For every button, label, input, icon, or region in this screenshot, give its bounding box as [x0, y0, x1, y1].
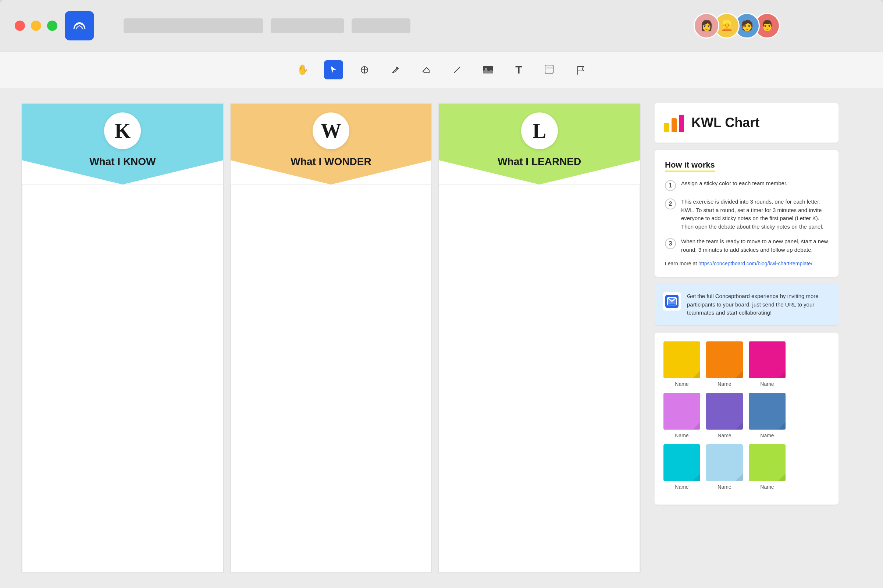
svg-rect-5 [545, 65, 553, 73]
traffic-lights [15, 21, 57, 31]
svg-rect-10 [679, 115, 684, 132]
panel-w-body[interactable] [230, 184, 432, 573]
stickies-row-2: Name Name Name [663, 393, 830, 438]
panel-l-body[interactable] [439, 184, 640, 573]
user-avatars: 👩 👱 🧑 👨 [693, 13, 780, 39]
sticky-note-cyan[interactable] [663, 444, 700, 481]
select-tool[interactable] [324, 60, 343, 80]
panel-l-title: What I LEARNED [498, 156, 581, 168]
sticky-purple: Name [706, 393, 743, 438]
panel-w-header: W What I WONDER [230, 104, 432, 184]
step-1-text: Assign a sticky color to each team membe… [681, 179, 787, 188]
panel-k-header: K What I KNOW [22, 104, 223, 184]
media-tool[interactable] [478, 60, 498, 80]
app-logo [65, 11, 94, 40]
tab-1[interactable] [271, 18, 344, 33]
sticky-name-7: Name [675, 484, 689, 490]
kwl-chart-icon [663, 112, 686, 134]
sticky-name-5: Name [718, 432, 731, 438]
sticky-tool[interactable] [540, 60, 560, 80]
step-1-num: 1 [665, 180, 676, 191]
learn-more: Learn more at https://conceptboard.com/b… [665, 261, 828, 266]
promo-text: Get the full Conceptboard experience by … [687, 292, 830, 317]
sticky-note-blue[interactable] [749, 393, 785, 430]
sticky-blue: Name [749, 393, 785, 438]
sticky-name-6: Name [760, 432, 774, 438]
panel-k-title: What I KNOW [89, 156, 156, 168]
svg-rect-8 [664, 123, 669, 132]
panel-w-title: What I WONDER [290, 156, 371, 168]
sticky-name-4: Name [675, 432, 689, 438]
svg-line-2 [454, 67, 460, 73]
panel-l-letter: L [521, 112, 558, 149]
step-3-text: When the team is ready to move to a new … [681, 237, 828, 254]
panel-k-letter: K [104, 112, 141, 149]
sticky-orange: Name [706, 341, 743, 387]
stickies-grid: Name Name Name Name Name [654, 333, 838, 505]
how-it-works-heading: How it works [665, 160, 715, 172]
canvas-area: K What I KNOW W What I WONDER L What [0, 88, 883, 588]
stickies-row-3: Name Name Name [663, 444, 830, 490]
sticky-name-2: Name [718, 381, 731, 387]
panel-k: K What I KNOW [21, 103, 224, 573]
avatar-1: 👩 [693, 13, 719, 39]
step-3-num: 3 [665, 238, 676, 249]
sticky-light-blue: Name [706, 444, 743, 490]
panel-l-header: L What I LEARNED [439, 104, 640, 184]
sticky-name-3: Name [760, 381, 774, 387]
sticky-name-1: Name [675, 381, 689, 387]
eraser-tool[interactable] [417, 60, 436, 80]
how-it-works-card: How it works 1 Assign a sticky color to … [654, 150, 838, 277]
sticky-note-lavender[interactable] [663, 393, 700, 430]
sticky-note-purple[interactable] [706, 393, 743, 430]
sticky-pink: Name [749, 341, 785, 387]
sticky-note-pink[interactable] [749, 341, 785, 378]
svg-rect-9 [671, 118, 677, 132]
kwl-title-card: KWL Chart [654, 103, 838, 142]
learn-more-link[interactable]: https://conceptboard.com/blog/kwl-chart-… [698, 261, 812, 266]
panel-w-letter: W [313, 112, 349, 149]
line-tool[interactable] [448, 60, 467, 80]
step-2-text: This exercise is divided into 3 rounds, … [681, 198, 828, 231]
kwl-chart-title: KWL Chart [691, 115, 760, 130]
panel-l: L What I LEARNED [438, 103, 641, 573]
panel-k-body[interactable] [22, 184, 223, 573]
promo-card: Get the full Conceptboard experience by … [654, 284, 838, 325]
step-2-num: 2 [665, 198, 676, 210]
minimize-button[interactable] [31, 21, 41, 31]
hand-tool[interactable]: ✋ [293, 60, 312, 80]
close-button[interactable] [15, 21, 25, 31]
step-1: 1 Assign a sticky color to each team mem… [665, 179, 828, 191]
step-3: 3 When the team is ready to move to a ne… [665, 237, 828, 254]
sticky-lime: Name [749, 444, 785, 490]
pen-tool[interactable] [386, 60, 405, 80]
sticky-note-yellow[interactable] [663, 341, 700, 378]
shape-tool[interactable] [355, 60, 374, 80]
maximize-button[interactable] [47, 21, 57, 31]
sticky-cyan: Name [663, 444, 700, 490]
sticky-note-orange[interactable] [706, 341, 743, 378]
sticky-name-8: Name [718, 484, 731, 490]
sticky-yellow: Name [663, 341, 700, 387]
flag-tool[interactable] [571, 60, 590, 80]
step-2: 2 This exercise is divided into 3 rounds… [665, 198, 828, 231]
stickies-row-1: Name Name Name [663, 341, 830, 387]
sticky-note-lime[interactable] [749, 444, 785, 481]
tab-2[interactable] [352, 18, 411, 33]
promo-icon [663, 292, 681, 310]
sticky-name-9: Name [760, 484, 774, 490]
browser-chrome: 👩 👱 🧑 👨 [0, 0, 883, 51]
kwl-panels: K What I KNOW W What I WONDER L What [18, 103, 644, 573]
toolbar: ✋ T [0, 51, 883, 88]
text-tool[interactable]: T [509, 60, 528, 80]
address-bar[interactable] [123, 18, 263, 33]
sticky-note-light-blue[interactable] [706, 444, 743, 481]
panel-w: W What I WONDER [230, 103, 432, 573]
info-sidebar: KWL Chart How it works 1 Assign a sticky… [654, 103, 838, 573]
sticky-lavender: Name [663, 393, 700, 438]
